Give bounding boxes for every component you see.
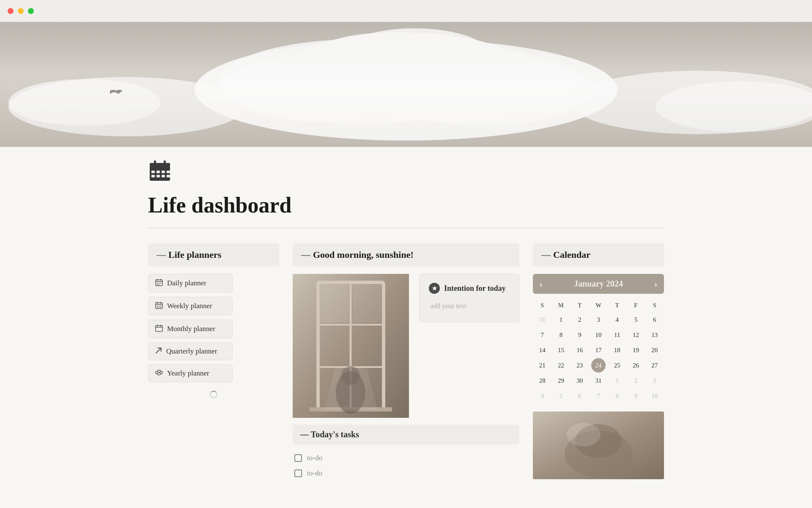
minimize-button[interactable] (18, 8, 24, 14)
prev-month-button[interactable]: ‹ (540, 280, 543, 288)
main-column: —Good morning, sunshine! (293, 243, 519, 481)
calendar-day-3-4[interactable]: 25 (610, 358, 624, 373)
svg-rect-29 (160, 279, 161, 281)
planners-section-header: —Life planners (148, 243, 279, 266)
svg-point-11 (8, 79, 161, 126)
calendar-day-0-3[interactable]: 3 (591, 312, 606, 327)
maximize-button[interactable] (28, 8, 34, 14)
calendar-day-4-1[interactable]: 29 (554, 373, 568, 388)
dow-tue: T (571, 301, 589, 311)
svg-rect-42 (157, 307, 158, 308)
task-item-2: to-do (293, 466, 519, 481)
calendar-day-0-4[interactable]: 4 (610, 312, 624, 327)
calendar-day-3-3[interactable]: 24 (591, 358, 606, 373)
svg-point-65 (567, 423, 601, 447)
calendar-month-year: January 2024 (574, 279, 623, 289)
calendar-day-1-6[interactable]: 13 (647, 328, 662, 342)
daily-planner-button[interactable]: Daily planner (148, 274, 233, 293)
calendar-day-2-5[interactable]: 19 (629, 343, 643, 357)
task-checkbox-1[interactable] (294, 454, 302, 462)
calendar-day-4-4[interactable]: 1 (610, 373, 624, 388)
calendar-day-0-2[interactable]: 2 (573, 312, 587, 327)
close-button[interactable] (8, 8, 14, 14)
calendar-day-3-0[interactable]: 21 (535, 358, 549, 373)
calendar-day-1-0[interactable]: 7 (535, 328, 549, 342)
svg-rect-43 (159, 307, 159, 308)
calendar-day-2-0[interactable]: 14 (535, 343, 549, 357)
calendar-day-3-5[interactable]: 26 (629, 358, 643, 373)
monthly-planner-button[interactable]: Monthly planner (148, 320, 233, 338)
calendar-day-4-0[interactable]: 28 (535, 373, 549, 388)
calendar-day-4-5[interactable]: 2 (629, 373, 643, 388)
calendar-day-0-6[interactable]: 6 (647, 312, 662, 327)
calendar-day-5-3[interactable]: 7 (591, 389, 606, 403)
yearly-planner-button[interactable]: Yearly planner (148, 364, 233, 382)
calendar-day-2-2[interactable]: 16 (573, 343, 587, 357)
calendar-weeks: 3112345678910111213141516171819202122232… (533, 312, 664, 403)
svg-point-49 (156, 371, 158, 374)
svg-rect-44 (160, 307, 161, 308)
daily-planner-label: Daily planner (167, 279, 206, 287)
weekly-planner-icon (155, 301, 163, 311)
page-content: Life dashboard —Life planners (114, 159, 698, 481)
svg-rect-21 (167, 171, 170, 173)
calendar-day-4-3[interactable]: 31 (591, 373, 606, 388)
yearly-planner-label: Yearly planner (167, 369, 209, 378)
calendar-day-1-3[interactable]: 10 (591, 328, 606, 342)
calendar-day-3-2[interactable]: 23 (573, 358, 587, 373)
svg-rect-30 (157, 283, 158, 284)
svg-rect-22 (151, 175, 155, 177)
quarterly-planner-label: Quarterly planner (166, 347, 217, 356)
titlebar (0, 0, 812, 22)
calendar-day-4-2[interactable]: 30 (573, 373, 587, 388)
calendar-day-3-1[interactable]: 22 (554, 358, 568, 373)
loading-spinner (210, 391, 217, 398)
greeting-title: Good morning, sunshine! (313, 249, 414, 260)
main-layout: —Life planners (148, 243, 664, 481)
calendar-day-5-5[interactable]: 9 (629, 389, 643, 403)
calendar-day-5-4[interactable]: 8 (610, 389, 624, 403)
dow-sun: S (533, 301, 551, 311)
calendar-day-5-0[interactable]: 4 (535, 389, 549, 403)
svg-rect-37 (157, 302, 158, 304)
svg-rect-20 (162, 171, 165, 173)
calendar-day-2-6[interactable]: 20 (647, 343, 662, 357)
calendar-day-2-4[interactable]: 18 (610, 343, 624, 357)
calendar-day-0-0[interactable]: 31 (535, 312, 549, 327)
calendar-day-1-1[interactable]: 8 (554, 328, 568, 342)
svg-rect-25 (167, 175, 170, 177)
svg-rect-19 (156, 171, 160, 173)
calendar-day-5-2[interactable]: 6 (573, 389, 587, 403)
svg-rect-38 (160, 302, 161, 304)
svg-rect-23 (156, 175, 160, 177)
calendar-day-1-4[interactable]: 11 (610, 328, 624, 342)
monthly-planner-icon (155, 324, 163, 334)
svg-rect-16 (154, 160, 156, 166)
quarterly-planner-button[interactable]: Quarterly planner (148, 342, 233, 360)
planners-list: Daily planner (148, 274, 279, 382)
task-checkbox-2[interactable] (294, 469, 302, 477)
svg-rect-18 (151, 171, 155, 173)
calendar-day-0-5[interactable]: 5 (629, 312, 643, 327)
task-item-1: to-do (293, 450, 519, 466)
yearly-planner-icon (155, 370, 163, 377)
calendar-day-0-1[interactable]: 1 (554, 312, 568, 327)
svg-rect-34 (159, 284, 159, 285)
calendar-day-2-1[interactable]: 15 (554, 343, 568, 357)
loading-spinner-area (148, 382, 279, 407)
calendar-day-5-6[interactable]: 10 (647, 389, 662, 403)
star-icon: ★ (429, 283, 440, 294)
intention-input[interactable]: add your text (429, 299, 510, 313)
calendar-day-4-6[interactable]: 3 (647, 373, 662, 388)
next-month-button[interactable]: › (654, 280, 657, 288)
calendar-day-2-3[interactable]: 17 (591, 343, 606, 357)
calendar-day-5-1[interactable]: 5 (554, 389, 568, 403)
svg-rect-47 (157, 325, 158, 326)
calendar-day-3-6[interactable]: 27 (647, 358, 662, 373)
planners-dash: — (156, 249, 166, 260)
calendar-day-1-5[interactable]: 12 (629, 328, 643, 342)
calendar-section-header: —Calendar (533, 243, 664, 266)
weekly-planner-button[interactable]: Weekly planner (148, 297, 233, 315)
calendar-day-1-2[interactable]: 9 (573, 328, 587, 342)
svg-rect-39 (157, 306, 158, 306)
